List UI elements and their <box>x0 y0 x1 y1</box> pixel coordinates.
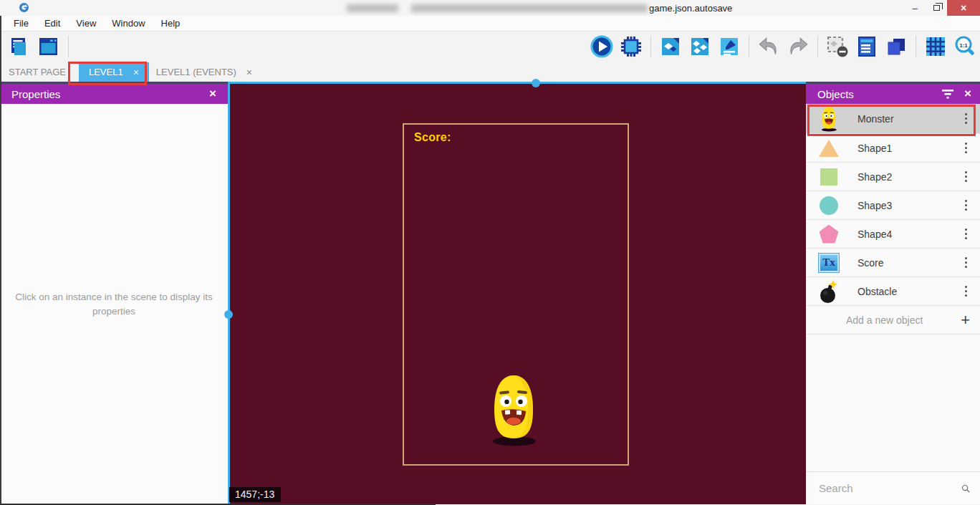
object-name: Shape4 <box>858 229 961 240</box>
menu-window[interactable]: Window <box>104 18 153 29</box>
object-name: Shape1 <box>858 143 961 154</box>
window-border-left <box>0 16 1 505</box>
close-window-button[interactable]: × <box>947 0 980 16</box>
toolbar-separator <box>817 36 818 57</box>
toolbar-left-group <box>6 34 71 59</box>
object-name: Monster <box>858 113 961 125</box>
objects-panel-title: Objects <box>817 88 941 100</box>
tab-level1-events[interactable]: LEVEL1 (EVENTS) × <box>149 62 259 82</box>
svg-text:1:1: 1:1 <box>959 42 968 49</box>
cursor-coordinates: 1457;-13 <box>229 487 281 502</box>
search-icon <box>961 481 970 496</box>
scene-canvas[interactable]: Score: 1457;-13 <box>228 82 806 504</box>
restore-icon <box>933 5 940 11</box>
grid-icon[interactable] <box>923 34 948 59</box>
start-page-icon[interactable] <box>36 34 60 59</box>
object-menu-icon[interactable] <box>961 226 972 243</box>
redo-icon[interactable] <box>786 34 810 59</box>
tab-level1[interactable]: LEVEL1 × <box>79 62 149 82</box>
resize-handle-left[interactable] <box>224 310 233 319</box>
delete-selection-icon[interactable] <box>825 34 850 59</box>
menubar: File Edit View Window Help <box>0 16 980 32</box>
object-name: Shape3 <box>858 200 961 211</box>
object-menu-icon[interactable] <box>961 110 972 128</box>
object-menu-icon[interactable] <box>961 283 972 300</box>
close-objects-icon[interactable]: × <box>964 87 971 101</box>
search-input[interactable] <box>819 482 961 494</box>
toolbar-separator <box>650 36 651 57</box>
object-menu-icon[interactable] <box>961 168 972 186</box>
objects-list-icon[interactable] <box>855 34 879 59</box>
play-preview-icon[interactable] <box>590 34 614 59</box>
monster-sprite[interactable] <box>489 373 539 447</box>
tab-label: START PAGE <box>9 67 66 77</box>
layers-icon[interactable] <box>884 34 908 59</box>
menu-help[interactable]: Help <box>153 18 188 29</box>
properties-panel: Properties × Click on an instance in the… <box>0 82 228 504</box>
add-new-object-button[interactable]: Add a new object + <box>806 306 980 335</box>
text-object-icon: Tx <box>817 250 840 276</box>
toolbar: 1:1 <box>0 32 980 62</box>
instances-editor-icon[interactable] <box>688 34 712 59</box>
score-text-object[interactable]: Score: <box>414 131 451 144</box>
monster-thumbnail-icon <box>817 106 840 132</box>
minimize-button[interactable]: – <box>904 0 926 16</box>
object-menu-icon[interactable] <box>961 254 972 271</box>
object-name: Shape2 <box>858 171 961 183</box>
filter-icon[interactable] <box>941 88 954 100</box>
redacted-title-segment <box>347 4 398 12</box>
menu-file[interactable]: File <box>6 18 37 29</box>
object-name: Obstacle <box>858 286 961 297</box>
properties-panel-header: Properties × <box>0 84 228 104</box>
objects-panel: Objects × <box>806 82 980 504</box>
main-area: Properties × Click on an instance in the… <box>0 82 980 504</box>
plus-icon: + <box>961 311 970 330</box>
tab-start-page[interactable]: START PAGE <box>0 62 73 82</box>
object-row-score[interactable]: Tx Score <box>806 249 980 277</box>
window-controls: – × <box>904 0 980 16</box>
objects-editor-icon[interactable] <box>658 34 683 59</box>
restore-button[interactable] <box>926 0 947 16</box>
objects-search-bar <box>806 471 980 504</box>
scene-properties-icon[interactable] <box>717 34 741 59</box>
resize-handle-top[interactable] <box>532 79 540 87</box>
tab-close-icon[interactable]: × <box>246 67 252 78</box>
tabbar: START PAGE LEVEL1 × LEVEL1 (EVENTS) × <box>0 62 980 82</box>
zoom-original-icon[interactable]: 1:1 <box>953 34 977 59</box>
scene-left-guide <box>228 84 230 504</box>
object-row-shape2[interactable]: Shape2 <box>806 163 980 191</box>
object-row-shape4[interactable]: Shape4 <box>806 220 980 249</box>
toolbar-separator <box>68 36 69 57</box>
tab-label: LEVEL1 (EVENTS) <box>156 67 236 77</box>
triangle-icon <box>817 135 840 161</box>
menu-edit[interactable]: Edit <box>37 18 68 29</box>
object-row-shape1[interactable]: Shape1 <box>806 134 980 163</box>
properties-panel-title: Properties <box>11 88 209 100</box>
debug-icon[interactable] <box>619 34 643 59</box>
menu-view[interactable]: View <box>68 18 104 29</box>
objects-panel-header: Objects × <box>806 84 980 104</box>
gdevelop-logo-icon <box>19 2 29 13</box>
gdevelop-window: game.json.autosave – × File Edit View Wi… <box>0 0 980 505</box>
object-menu-icon[interactable] <box>961 197 972 214</box>
properties-empty-message: Click on an instance in the scene to dis… <box>7 290 221 318</box>
tab-label: LEVEL1 <box>89 67 123 77</box>
object-name: Score <box>858 257 961 269</box>
toolbar-right-group: 1:1 <box>590 34 977 59</box>
toolbar-separator <box>916 36 916 57</box>
window-title-text: game.json.autosave <box>649 3 732 14</box>
bomb-icon <box>817 279 840 304</box>
add-new-object-label: Add a new object <box>846 314 961 326</box>
object-menu-icon[interactable] <box>961 140 972 157</box>
project-manager-icon[interactable] <box>6 34 30 59</box>
undo-icon[interactable] <box>756 34 781 59</box>
object-row-shape3[interactable]: Shape3 <box>806 191 980 220</box>
toolbar-separator <box>749 36 749 57</box>
circle-icon <box>817 193 840 218</box>
close-properties-icon[interactable]: × <box>209 87 216 101</box>
object-row-monster[interactable]: Monster <box>806 104 980 134</box>
square-icon <box>817 164 840 190</box>
titlebar: game.json.autosave – × <box>0 0 980 16</box>
tab-close-icon[interactable]: × <box>133 67 139 78</box>
object-row-obstacle[interactable]: Obstacle <box>806 277 980 306</box>
